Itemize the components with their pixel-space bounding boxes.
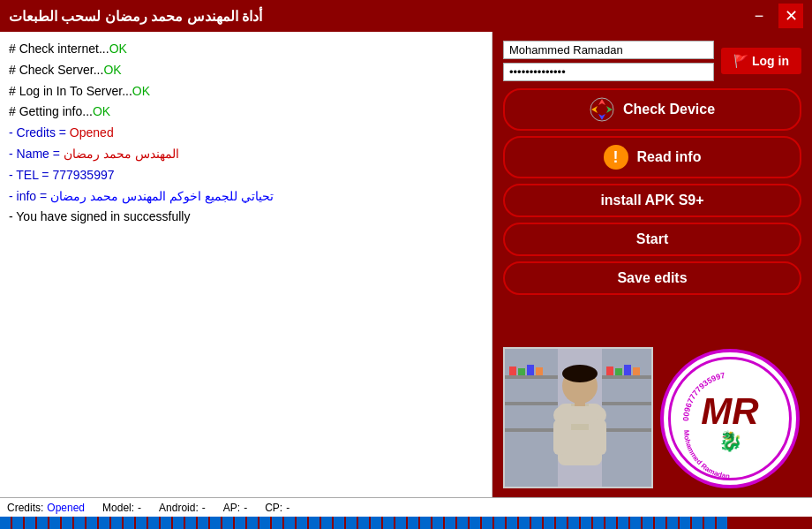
progress-segment xyxy=(605,517,618,529)
login-flag-icon: 🚩 xyxy=(733,54,748,68)
svg-rect-11 xyxy=(518,368,525,375)
bottom-image-area: 00967777935997 Mohammed Ramadan MR 🐉 xyxy=(503,304,801,488)
progress-segment xyxy=(259,517,272,529)
save-edits-button[interactable]: Save edits xyxy=(503,261,801,295)
progress-segment xyxy=(297,517,309,529)
svg-rect-9 xyxy=(602,428,653,432)
close-button[interactable]: ✕ xyxy=(778,4,803,28)
log-line-1: # Check internet...OK xyxy=(9,39,483,60)
svg-rect-16 xyxy=(624,365,631,375)
mr-badge-inner: 00967777935997 Mohammed Ramadan MR 🐉 xyxy=(668,357,792,480)
progress-segment xyxy=(655,517,667,529)
progress-segment xyxy=(25,517,37,529)
ap-status: AP: - xyxy=(223,502,247,514)
android-status: Android: - xyxy=(159,502,206,514)
check-device-button[interactable]: Check Device xyxy=(503,88,801,131)
progress-segment xyxy=(544,517,556,529)
svg-rect-12 xyxy=(527,365,534,375)
start-button[interactable]: Start xyxy=(503,223,801,256)
progress-segment xyxy=(383,517,395,529)
read-info-label: Read info xyxy=(637,149,702,165)
progress-segment xyxy=(148,517,161,529)
progress-bar xyxy=(0,517,812,529)
progress-segment xyxy=(494,517,507,529)
left-panel: # Check internet...OK # Check Server...O… xyxy=(0,32,492,497)
progress-segment xyxy=(667,517,680,529)
login-button[interactable]: 🚩 Log in xyxy=(721,48,801,74)
install-apk-button[interactable]: install APK S9+ xyxy=(503,184,801,217)
status-bar: Credits: Opened Model: - Android: - AP: … xyxy=(0,497,812,517)
progress-segment xyxy=(124,517,136,529)
main-area: # Check internet...OK # Check Server...O… xyxy=(0,32,812,497)
install-apk-label: install APK S9+ xyxy=(600,193,703,208)
log-line-4: # Getting info...OK xyxy=(9,102,483,123)
progress-segment xyxy=(321,517,334,529)
cp-label: CP: xyxy=(265,502,282,514)
progress-segment xyxy=(235,517,247,529)
progress-segment xyxy=(161,517,173,529)
progress-segment xyxy=(62,517,74,529)
ap-label: AP: xyxy=(223,502,240,514)
progress-segment xyxy=(692,517,704,529)
log-line-9: - You have signed in successfully xyxy=(9,207,483,228)
progress-segment xyxy=(0,517,12,529)
login-row: 🚩 Log in xyxy=(503,41,801,81)
progress-segment xyxy=(198,517,210,529)
window-controls[interactable]: − ✕ xyxy=(747,4,803,28)
log-line-5: - Credits = Opened xyxy=(9,123,483,144)
cp-status: CP: - xyxy=(265,502,289,514)
password-input[interactable] xyxy=(503,63,714,81)
svg-rect-24 xyxy=(553,419,567,455)
log-line-2: # Check Server...OK xyxy=(9,60,483,81)
svg-rect-5 xyxy=(505,402,558,405)
progress-segment xyxy=(630,517,643,529)
cp-value: - xyxy=(286,502,289,514)
progress-segment xyxy=(86,517,99,529)
progress-segment xyxy=(358,517,371,529)
read-info-button[interactable]: ! Read info xyxy=(503,136,801,178)
username-input[interactable] xyxy=(503,41,714,59)
svg-rect-6 xyxy=(505,428,558,432)
progress-segment xyxy=(247,517,259,529)
title-bar: − ✕ أداة المهندس محمد رمضان لسحب الطبعات xyxy=(0,0,812,32)
model-status: Model: - xyxy=(102,502,141,514)
progress-segment xyxy=(136,517,148,529)
log-line-7: - TEL = 777935997 xyxy=(9,165,483,186)
progress-segment xyxy=(12,517,25,529)
model-value: - xyxy=(138,502,141,514)
log-line-8: - info = تحياتي للجميع اخوكم المهندس محم… xyxy=(9,186,483,208)
log-line-6: - Name = المهندس محمد رمضان xyxy=(9,144,483,165)
credits-label: Credits: xyxy=(7,502,43,514)
progress-segment xyxy=(111,517,124,529)
svg-rect-13 xyxy=(536,367,543,375)
progress-segment xyxy=(680,517,692,529)
progress-segment xyxy=(49,517,62,529)
credits-value: Opened xyxy=(47,502,85,514)
svg-rect-15 xyxy=(615,368,622,375)
credits-status: Credits: Opened xyxy=(7,502,85,514)
log-line-3: # Log in In To Server...OK xyxy=(9,81,483,102)
progress-segment xyxy=(568,517,581,529)
progress-segment xyxy=(284,517,297,529)
progress-segment xyxy=(643,517,655,529)
progress-segment xyxy=(395,517,408,529)
svg-point-19 xyxy=(562,365,598,382)
progress-segment xyxy=(185,517,198,529)
progress-segment xyxy=(272,517,284,529)
progress-segment xyxy=(531,517,544,529)
minimize-button[interactable]: − xyxy=(747,4,771,28)
progress-segment xyxy=(432,517,445,529)
svg-rect-14 xyxy=(606,367,613,375)
start-label: Start xyxy=(636,231,668,247)
mr-badge: 00967777935997 Mohammed Ramadan MR 🐉 xyxy=(660,349,800,488)
progress-segment xyxy=(457,517,470,529)
progress-segment xyxy=(593,517,605,529)
progress-segment xyxy=(470,517,482,529)
progress-segment xyxy=(519,517,531,529)
svg-rect-8 xyxy=(602,402,653,405)
progress-segment xyxy=(334,517,346,529)
progress-segment xyxy=(420,517,432,529)
svg-rect-17 xyxy=(633,367,640,375)
android-label: Android: xyxy=(159,502,199,514)
progress-segment xyxy=(222,517,235,529)
